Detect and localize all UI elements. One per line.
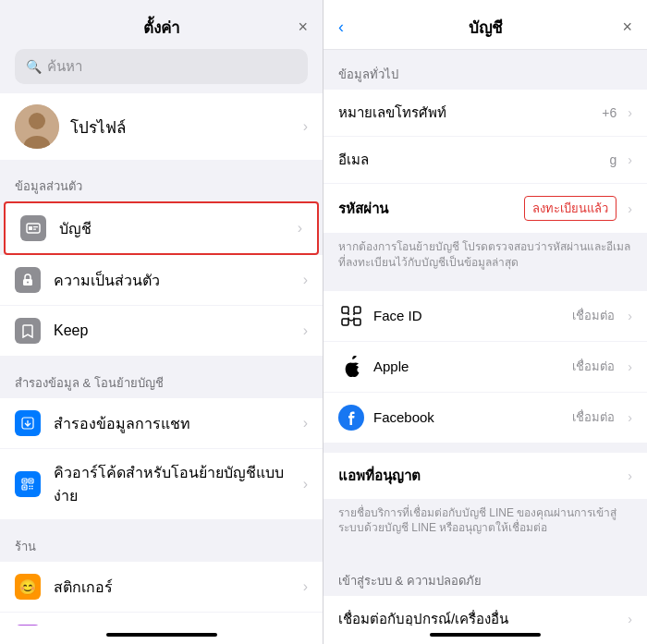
backup-chevron-icon: › <box>303 415 308 431</box>
privacy-chevron-icon: › <box>303 272 308 288</box>
svg-rect-13 <box>24 480 26 482</box>
phone-label: หมายเลขโทรศัพท์ <box>338 102 446 124</box>
phone-value: +6 <box>454 105 616 120</box>
sidebar-item-account[interactable]: บัญชี › <box>4 201 319 255</box>
apple-status: เชื่อมต่อ <box>572 357 615 376</box>
facebook-icon <box>338 405 364 431</box>
faceid-chevron-icon: › <box>628 309 632 323</box>
left-bottom-bar <box>0 626 323 644</box>
facebook-label: Facebook <box>373 409 563 425</box>
svg-rect-18 <box>30 488 31 490</box>
faceid-status: เชื่อมต่อ <box>572 306 615 325</box>
backup-icon <box>15 410 41 436</box>
home-indicator <box>106 633 217 637</box>
qr-chevron-icon: › <box>303 476 308 492</box>
svg-point-1 <box>29 113 45 129</box>
svg-rect-27 <box>354 307 360 313</box>
divider-1 <box>324 282 647 291</box>
apple-label: Apple <box>373 358 563 374</box>
security-group: เชื่อมต่อกับอุปกรณ์/เครื่องอื่น › อนุญาต… <box>324 596 647 626</box>
svg-rect-28 <box>342 319 348 325</box>
right-scroll-area: ข้อมูลทั่วไป หมายเลขโทรศัพท์ +6 › อีเมล … <box>324 50 647 626</box>
general-group: หมายเลขโทรศัพท์ +6 › อีเมล g › รหัสผ่าน … <box>324 90 647 234</box>
profile-name: โปรไฟล์ <box>70 115 292 140</box>
password-chevron-icon: › <box>628 201 632 216</box>
password-description: หากต้องการโอนย้ายบัญชี โปรดตรวจสอบว่ารหั… <box>324 234 647 282</box>
sidebar-item-sticker[interactable]: 😊 สติกเกอร์ › <box>0 562 323 613</box>
svg-rect-26 <box>342 307 348 313</box>
svg-point-30 <box>348 313 349 315</box>
sticker-icon: 😊 <box>15 574 41 600</box>
app-permission-chevron-icon: › <box>628 468 632 483</box>
svg-rect-19 <box>31 488 33 490</box>
profile-row[interactable]: โปรไฟล์ › <box>0 93 323 160</box>
sidebar-item-backup[interactable]: สำรองข้อมูลการแชท › <box>0 398 323 449</box>
backup-label: สำรองข้อมูลการแชท <box>54 412 290 435</box>
theme-icon <box>15 625 41 626</box>
svg-point-8 <box>27 282 29 284</box>
app-permission-row[interactable]: แอพที่อนุญาต › <box>324 453 647 500</box>
right-close-button[interactable]: × <box>622 18 632 37</box>
left-panel: ตั้งค่า × 🔍 ค้นหา โปรไฟล์ › ข้อมูลส่วนตั… <box>0 0 324 644</box>
svg-point-31 <box>353 313 355 315</box>
email-value: g <box>376 152 616 167</box>
sticker-label: สติกเกอร์ <box>54 576 290 599</box>
password-label: รหัสผ่าน <box>338 198 388 220</box>
email-label: อีเมล <box>338 149 369 171</box>
section-label-store: ร้าน <box>0 520 323 562</box>
faceid-icon <box>338 303 364 329</box>
account-label: บัญชี <box>59 217 285 240</box>
svg-rect-17 <box>31 486 33 488</box>
faceid-label: Face ID <box>373 308 563 323</box>
facebook-status: เชื่อมต่อ <box>572 407 615 427</box>
back-button[interactable]: ‹ <box>338 18 344 37</box>
left-close-button[interactable]: × <box>298 18 308 37</box>
profile-chevron-icon: › <box>303 118 308 135</box>
left-title: ตั้งค่า <box>143 15 180 40</box>
search-bar[interactable]: 🔍 ค้นหา <box>15 49 308 84</box>
apple-row[interactable]: Apple เชื่อมต่อ › <box>324 342 647 393</box>
right-title: บัญชี <box>469 15 503 40</box>
connected-accounts-group: Face ID เชื่อมต่อ › Apple เชื่อมต่อ › <box>324 291 647 444</box>
account-icon <box>20 215 46 241</box>
keep-chevron-icon: › <box>303 322 308 339</box>
keep-label: Keep <box>54 322 290 339</box>
password-action-badge[interactable]: ลงทะเบียนแล้ว <box>524 196 616 221</box>
right-header: ‹ บัญชี × <box>324 0 647 50</box>
app-permission-desc: รายชื่อบริการที่เชื่อมต่อกับบัญชี LINE ข… <box>324 500 647 548</box>
sidebar-item-qr[interactable]: คิวอาร์โค้ดสำหรับโอนย้ายบัญชีแบบง่าย › <box>0 449 323 520</box>
search-placeholder: ค้นหา <box>47 55 82 78</box>
facebook-row[interactable]: Facebook เชื่อมต่อ › <box>324 393 647 444</box>
apple-chevron-icon: › <box>628 359 632 374</box>
password-row[interactable]: รหัสผ่าน ลงทะเบียนแล้ว › <box>324 184 647 234</box>
svg-rect-6 <box>33 229 36 230</box>
section-label-personal: ข้อมูลส่วนตัว <box>0 160 323 201</box>
keep-icon <box>15 318 41 344</box>
qr-label: คิวอาร์โค้ดสำหรับโอนย้ายบัญชีแบบง่าย <box>54 461 290 507</box>
left-scroll-area: โปรไฟล์ › ข้อมูลส่วนตัว บัญชี › <box>0 93 323 626</box>
faceid-row[interactable]: Face ID เชื่อมต่อ › <box>324 291 647 342</box>
svg-rect-16 <box>30 486 31 488</box>
apple-icon <box>338 354 364 380</box>
account-chevron-icon: › <box>298 220 302 237</box>
privacy-icon <box>15 267 41 293</box>
search-icon: 🔍 <box>26 59 42 74</box>
sidebar-item-privacy[interactable]: ความเป็นส่วนตัว › <box>0 255 323 306</box>
security-section-label: เข้าสู่ระบบ & ความปลอดภัย <box>324 556 647 596</box>
right-home-indicator <box>430 633 541 637</box>
device-link-chevron-icon: › <box>628 612 632 626</box>
section-label-backup: สำรองข้อมูล & โอนย้ายบัญชี <box>0 357 323 398</box>
general-section-label: ข้อมูลทั่วไป <box>324 50 647 90</box>
svg-rect-15 <box>24 487 26 489</box>
sidebar-item-keep[interactable]: Keep › <box>0 306 323 357</box>
device-link-row[interactable]: เชื่อมต่อกับอุปกรณ์/เครื่องอื่น › <box>324 596 647 626</box>
phone-row[interactable]: หมายเลขโทรศัพท์ +6 › <box>324 90 647 137</box>
app-permission-label: แอพที่อนุญาต <box>338 465 421 487</box>
phone-chevron-icon: › <box>628 105 632 120</box>
divider-2 <box>324 444 647 453</box>
email-row[interactable]: อีเมล g › <box>324 137 647 184</box>
privacy-label: ความเป็นส่วนตัว <box>54 269 290 292</box>
sidebar-item-theme[interactable]: ธีม › <box>0 613 323 626</box>
avatar <box>15 104 59 149</box>
sticker-chevron-icon: › <box>303 578 308 595</box>
